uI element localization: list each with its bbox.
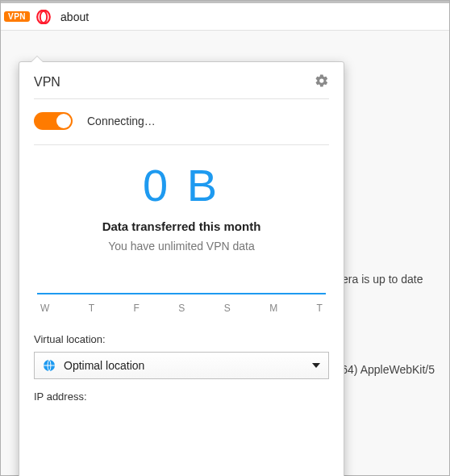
chart-day: M (269, 303, 277, 314)
bg-text: pera is up to date (335, 273, 435, 286)
usage-chart: W T F S S M T (34, 293, 329, 314)
ip-label: IP address: (34, 390, 87, 403)
page-content: pera is up to date it x64) AppleWebKit/5… (1, 31, 449, 475)
chart-baseline (37, 293, 326, 294)
bg-text: it (335, 318, 435, 331)
url-input[interactable] (57, 9, 446, 25)
chart-day: T (317, 303, 323, 314)
popup-title: VPN (34, 75, 60, 90)
chart-day: S (224, 303, 231, 314)
vpn-status-text: Connecting… (87, 115, 156, 127)
virtual-location-select[interactable]: Optimal location (34, 352, 329, 379)
data-caption: Data transferred this month (34, 219, 329, 233)
chart-day: F (134, 303, 140, 314)
popup-header: VPN (34, 73, 329, 99)
background-info-lines: pera is up to date it x64) AppleWebKit/5 (335, 273, 435, 376)
data-usage-block: 0 B Data transferred this month You have… (34, 145, 329, 254)
chart-day: S (178, 303, 185, 314)
chart-days: W T F S S M T (37, 303, 326, 314)
gear-icon[interactable] (315, 73, 329, 90)
browser-window: VPN pera is up to date it x64) AppleWebK… (0, 0, 450, 476)
ip-address-row: IP address: (34, 390, 329, 403)
vpn-popup: VPN Connecting… 0 B Data transferred thi… (19, 61, 344, 476)
data-amount: 0 B (34, 163, 329, 208)
svg-point-1 (40, 10, 47, 22)
chart-day: T (89, 303, 94, 314)
vpn-badge[interactable]: VPN (4, 11, 30, 22)
virtual-location-value: Optimal location (64, 359, 304, 372)
chevron-down-icon (312, 363, 320, 368)
data-subtext: You have unlimited VPN data (34, 240, 329, 253)
svg-point-0 (37, 10, 50, 23)
chart-day: W (40, 303, 49, 314)
vpn-status-row: Connecting… (34, 99, 329, 145)
opera-logo-icon (36, 10, 51, 24)
address-bar: VPN (1, 3, 449, 31)
globe-icon (43, 359, 56, 372)
vpn-toggle[interactable] (34, 112, 73, 130)
virtual-location-label: Virtual location: (34, 333, 329, 345)
bg-text: x64) AppleWebKit/5 (335, 363, 435, 376)
